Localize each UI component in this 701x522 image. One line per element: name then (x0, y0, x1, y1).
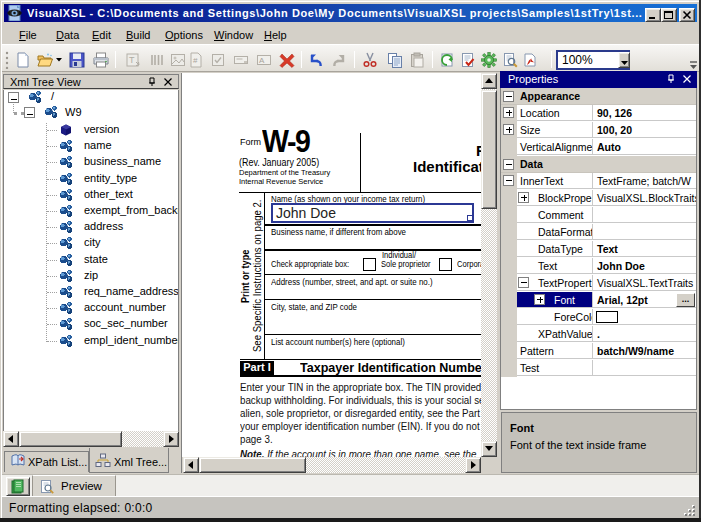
svg-text:T: T (129, 55, 135, 65)
svg-text:A: A (259, 56, 265, 65)
svg-text:#: # (193, 56, 198, 65)
